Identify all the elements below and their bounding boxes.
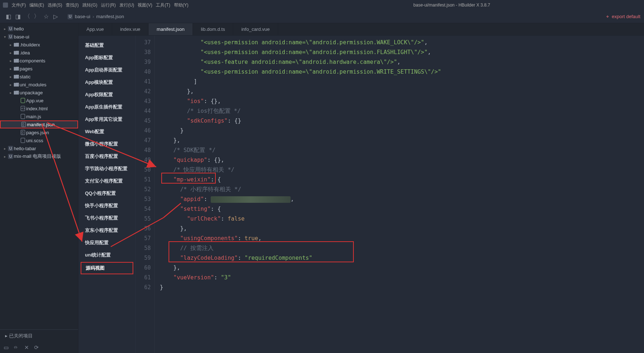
app-icon xyxy=(3,3,8,8)
nav-forward-icon[interactable]: 〉 xyxy=(32,13,41,20)
project-root[interactable]: ▾Ubase-ui xyxy=(0,33,78,41)
tree-folder[interactable]: ▸uni_modules xyxy=(0,81,78,89)
code-editor[interactable]: 3738394041424344454647484950515253545556… xyxy=(136,36,644,353)
tab-index-vue[interactable]: index.vue xyxy=(112,23,149,35)
config-nav-item[interactable]: QQ小程序配置 xyxy=(78,187,135,200)
nav-back-icon[interactable]: 〈 xyxy=(23,13,32,20)
sidebar: ▸Uhello▾Ubase-ui▸.hbuilderx▸.idea▸compon… xyxy=(0,23,78,353)
close-icon[interactable]: ✕ xyxy=(24,344,29,351)
tree-folder[interactable]: ▸unpackage xyxy=(0,89,78,97)
tab-manifest-json[interactable]: manifest.json xyxy=(149,23,193,35)
project-root[interactable]: ▸Uhello-tabar xyxy=(0,144,78,152)
project-root[interactable]: ▸Uhello xyxy=(0,25,78,33)
run-icon[interactable]: ▷ xyxy=(51,13,60,20)
code-content[interactable]: "<uses-permission android:name=\"android… xyxy=(155,36,644,353)
menu-item[interactable]: 跳转(G) xyxy=(81,1,99,9)
gutter: 3738394041424344454647484950515253545556… xyxy=(136,36,155,353)
tab-info_card-vue[interactable]: info_card.vue xyxy=(233,23,278,35)
tree-file-manifest-json[interactable]: manifest.json xyxy=(0,120,78,128)
menu-item[interactable]: 文件(F) xyxy=(10,1,27,9)
menu-item[interactable]: 视图(V) xyxy=(136,1,154,9)
config-nav-item[interactable]: 基础配置 xyxy=(78,39,135,52)
config-nav-item[interactable]: 百度小程序配置 xyxy=(78,150,135,163)
tree-folder[interactable]: ▸.idea xyxy=(0,49,78,57)
config-nav-item[interactable]: uni统计配置 xyxy=(78,249,135,261)
project-root[interactable]: ▸Umix-mall 电商项目模版 xyxy=(0,152,78,160)
project-tree[interactable]: ▸Uhello▾Ubase-ui▸.hbuilderx▸.idea▸compon… xyxy=(0,23,78,329)
toolbar-icon-2[interactable]: ◨ xyxy=(13,13,23,20)
status-icon-1[interactable]: ▭ xyxy=(4,344,9,351)
config-nav-item[interactable]: App权限配置 xyxy=(78,89,135,101)
tree-file-index-html[interactable]: index.html xyxy=(0,104,78,112)
config-nav-item[interactable]: App启动界面配置 xyxy=(78,64,135,76)
tree-file-App-vue[interactable]: App.vue xyxy=(0,97,78,104)
menu-item[interactable]: 发行(U) xyxy=(118,1,136,9)
config-nav-item[interactable]: App常用其它设置 xyxy=(78,113,135,126)
config-nav-item[interactable]: App原生插件配置 xyxy=(78,101,135,113)
config-nav-item[interactable]: Web配置 xyxy=(78,126,135,138)
search-target-icon[interactable]: ⌖ xyxy=(606,14,609,20)
config-nav-item[interactable]: 快应用配置 xyxy=(78,237,135,249)
config-nav-item[interactable]: 京东小程序配置 xyxy=(78,224,135,237)
config-nav-item[interactable]: 飞书小程序配置 xyxy=(78,212,135,224)
closed-projects[interactable]: ▸ 已关闭项目 xyxy=(0,329,78,342)
menu-item[interactable]: 运行(R) xyxy=(100,1,117,9)
tree-folder[interactable]: ▸.hbuilderx xyxy=(0,41,78,49)
tree-folder[interactable]: ▸static xyxy=(0,73,78,81)
tree-file-pages-json[interactable]: pages.json xyxy=(0,128,78,136)
toolbar-icon-1[interactable]: ◧ xyxy=(4,13,13,20)
chevron-right-icon: ▸ xyxy=(5,333,8,338)
star-icon[interactable]: ☆ xyxy=(41,13,51,20)
tab-lib-dom-d-ts[interactable]: lib.dom.d.ts xyxy=(193,23,233,35)
config-nav-item[interactable]: 快手小程序配置 xyxy=(78,200,135,212)
config-nav-item[interactable]: 支付宝小程序配置 xyxy=(78,175,135,187)
project-badge-icon: U xyxy=(68,14,73,19)
menubar: 文件(F)编辑(E)选择(S)查找(I)跳转(G)运行(R)发行(U)视图(V)… xyxy=(10,1,190,9)
menu-item[interactable]: 帮助(Y) xyxy=(173,1,190,9)
breadcrumb: U base-ui › manifest.json xyxy=(68,14,124,19)
annotation-arrows xyxy=(155,36,644,353)
refresh-icon[interactable]: ⟳ xyxy=(34,344,39,351)
tree-file-main-js[interactable]: main.js xyxy=(0,112,78,120)
manifest-config-nav: 基础配置App图标配置App启动界面配置App模块配置App权限配置App原生插… xyxy=(78,36,136,353)
tree-folder[interactable]: ▸pages xyxy=(0,65,78,73)
export-default-link[interactable]: export default xyxy=(612,14,640,19)
window-title: base-ui/manifest.json - HBuilder X 3.8.7 xyxy=(190,3,641,8)
tree-folder[interactable]: ▸components xyxy=(0,57,78,65)
editor-tabs: App.vueindex.vuemanifest.jsonlib.dom.d.t… xyxy=(78,23,644,36)
breadcrumb-file[interactable]: manifest.json xyxy=(96,14,124,19)
config-nav-item[interactable]: 微信小程序配置 xyxy=(78,138,135,150)
chevron-right-icon: › xyxy=(93,14,94,19)
config-nav-item[interactable]: 字节跳动小程序配置 xyxy=(78,163,135,175)
status-icon-2[interactable]: ᯅ xyxy=(14,344,19,351)
config-nav-item[interactable]: App模块配置 xyxy=(78,76,135,89)
closed-projects-label: 已关闭项目 xyxy=(9,333,33,338)
menu-item[interactable]: 编辑(E) xyxy=(28,1,45,9)
breadcrumb-project[interactable]: base-ui xyxy=(75,14,90,19)
config-nav-source-view[interactable]: 源码视图 xyxy=(81,262,133,274)
menu-item[interactable]: 选择(S) xyxy=(46,1,64,9)
menu-item[interactable]: 工具(T) xyxy=(154,1,171,9)
config-nav-item[interactable]: App图标配置 xyxy=(78,52,135,64)
toolbar: ◧ ◨ 〈 〉 ☆ ▷ U base-ui › manifest.json ⌖ … xyxy=(0,10,644,23)
menu-item[interactable]: 查找(I) xyxy=(64,1,80,9)
tree-file-uni-scss[interactable]: uni.scss xyxy=(0,136,78,144)
tab-App-vue[interactable]: App.vue xyxy=(78,23,112,35)
